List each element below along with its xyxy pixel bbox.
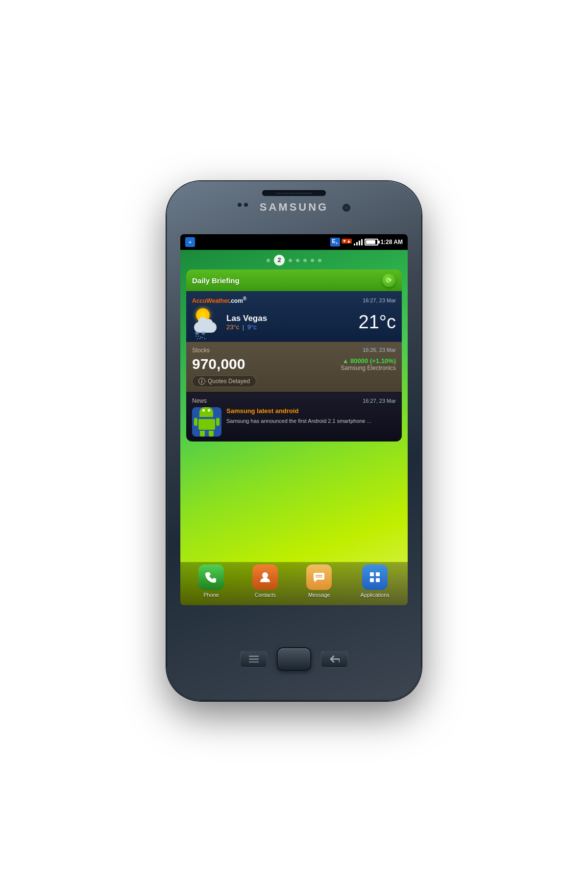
- svg-rect-9: [249, 656, 259, 657]
- status-right: E+ ▼▲ 1:28 AM: [330, 238, 403, 246]
- home-button[interactable]: [277, 647, 311, 671]
- edge-indicators: E+ ▼▲: [330, 238, 352, 246]
- phone-device: SAMSUNG ⌖ E+ ▼▲: [167, 181, 421, 701]
- news-timestamp: 16:27, 23 Mar: [363, 398, 396, 404]
- dock-item-message[interactable]: Message: [306, 564, 332, 598]
- accuweather-label: AccuWeather.com®: [192, 296, 246, 304]
- stocks-label: Stocks: [192, 347, 210, 354]
- stocks-section[interactable]: Stocks 16:26, 23 Mar 970,000 ▲ 80000 (+1…: [186, 342, 402, 392]
- status-bar: ⌖ E+ ▼▲ 1:28 AM: [180, 234, 408, 250]
- robot-left-leg: [200, 431, 205, 437]
- brand-logo: SAMSUNG: [260, 201, 328, 214]
- messages-count: ▼▲: [342, 239, 352, 244]
- dock-item-applications[interactable]: Applications: [361, 564, 390, 598]
- sensors: [238, 203, 248, 207]
- robot-head: [199, 407, 213, 417]
- page-dot-4[interactable]: [296, 259, 299, 262]
- news-content: Samsung latest android Samsung has annou…: [192, 407, 396, 437]
- bluetooth-icon: ⌖: [185, 237, 195, 247]
- stock-change: ▲ 80000 (+1.10%): [341, 357, 396, 365]
- widget-title: Daily Briefing: [192, 276, 240, 285]
- svg-rect-6: [376, 572, 380, 576]
- news-header: News 16:27, 23 Mar: [192, 397, 396, 404]
- stock-company-name: Samsung Electronics: [341, 365, 396, 371]
- news-headline: Samsung latest android: [226, 407, 396, 416]
- svg-rect-7: [370, 578, 374, 582]
- stocks-timestamp: 16:26, 23 Mar: [363, 347, 396, 354]
- svg-point-0: [262, 572, 268, 578]
- robot-right-leg: [209, 431, 214, 437]
- robot-right-arm: [216, 418, 220, 426]
- menu-button[interactable]: [240, 651, 267, 668]
- news-thumbnail: [192, 407, 221, 437]
- dock-contacts-label: Contacts: [255, 592, 276, 598]
- weather-info: Las Vegas 23°c | 9°c: [226, 314, 354, 331]
- front-camera: [343, 204, 350, 212]
- refresh-button[interactable]: ⟳: [382, 273, 396, 287]
- back-button[interactable]: [321, 651, 348, 668]
- screen[interactable]: ⌖ E+ ▼▲ 1:28 AM: [180, 234, 408, 605]
- dock-phone-label: Phone: [203, 592, 219, 598]
- battery-icon: [365, 239, 378, 245]
- page-dot-7[interactable]: [318, 259, 321, 262]
- current-temp: 21°c: [359, 313, 396, 331]
- news-section[interactable]: News 16:27, 23 Mar: [186, 392, 402, 441]
- temp-high: 23°c: [226, 323, 239, 331]
- temp-range: 23°c | 9°c: [226, 323, 354, 331]
- applications-icon[interactable]: [362, 564, 388, 590]
- dock-item-phone[interactable]: Phone: [198, 564, 224, 598]
- news-label: News: [192, 397, 207, 404]
- contacts-icon[interactable]: [252, 564, 278, 590]
- stocks-header: Stocks 16:26, 23 Mar: [192, 347, 396, 354]
- phone-top-hardware: SAMSUNG: [201, 190, 387, 214]
- dock-message-label: Message: [308, 592, 330, 598]
- snow-icon: ❄ ❄: [195, 330, 206, 337]
- e-indicator: E+: [330, 238, 340, 246]
- phone-icon[interactable]: [198, 564, 224, 590]
- page-dot-6[interactable]: [311, 259, 314, 262]
- quotes-delayed-button[interactable]: i Quotes Delayed: [192, 375, 256, 387]
- page-dot-2-active[interactable]: 2: [274, 255, 285, 266]
- bottom-buttons: [240, 647, 348, 671]
- phone-bottom-hardware: [167, 608, 421, 701]
- message-icon[interactable]: [306, 564, 332, 590]
- android-robot-icon: [194, 407, 220, 437]
- weather-header: AccuWeather.com® 16:27, 23 Mar: [192, 296, 396, 304]
- daily-briefing-widget[interactable]: Daily Briefing ⟳ AccuWeather.com® 16:27,…: [186, 270, 402, 441]
- svg-rect-8: [376, 578, 380, 582]
- svg-marker-2: [314, 580, 317, 582]
- weather-section[interactable]: AccuWeather.com® 16:27, 23 Mar ❄ ❄: [186, 291, 402, 342]
- stocks-content: 970,000 ▲ 80000 (+1.10%) Samsung Electro…: [192, 356, 396, 372]
- weather-icon: ❄ ❄: [192, 307, 221, 337]
- dock: Phone Contacts: [180, 562, 408, 605]
- signal-bars: [354, 239, 363, 245]
- weather-content: ❄ ❄ Las Vegas 23°c | 9°c 21°c: [192, 307, 396, 337]
- svg-rect-5: [370, 572, 374, 576]
- svg-rect-1: [314, 573, 324, 580]
- news-body: Samsung has announced the first Android …: [226, 417, 396, 425]
- temp-low: 9°c: [247, 323, 257, 331]
- speaker-grille: [262, 190, 326, 196]
- status-left: ⌖: [185, 237, 195, 247]
- widget-header: Daily Briefing ⟳: [186, 270, 402, 291]
- svg-rect-10: [249, 659, 259, 660]
- city-name: Las Vegas: [226, 314, 354, 323]
- stock-value: 970,000: [192, 356, 245, 372]
- page-dot-1[interactable]: [267, 259, 270, 262]
- time-display: 1:28 AM: [380, 239, 403, 245]
- svg-rect-11: [249, 662, 259, 662]
- quotes-delayed-label: Quotes Delayed: [208, 378, 250, 385]
- stock-change-area: ▲ 80000 (+1.10%) Samsung Electronics: [341, 357, 396, 371]
- robot-body: [198, 419, 215, 430]
- page-dot-3[interactable]: [289, 259, 292, 262]
- page-dot-5[interactable]: [303, 259, 307, 262]
- robot-left-arm: [194, 418, 197, 426]
- dock-item-contacts[interactable]: Contacts: [252, 564, 278, 598]
- wallpaper: 2 Daily Briefing ⟳: [180, 250, 408, 605]
- page-dots: 2: [180, 255, 408, 266]
- dock-applications-label: Applications: [361, 592, 390, 598]
- info-icon: i: [198, 378, 205, 385]
- news-text-area: Samsung latest android Samsung has annou…: [226, 407, 396, 437]
- weather-timestamp: 16:27, 23 Mar: [363, 297, 396, 303]
